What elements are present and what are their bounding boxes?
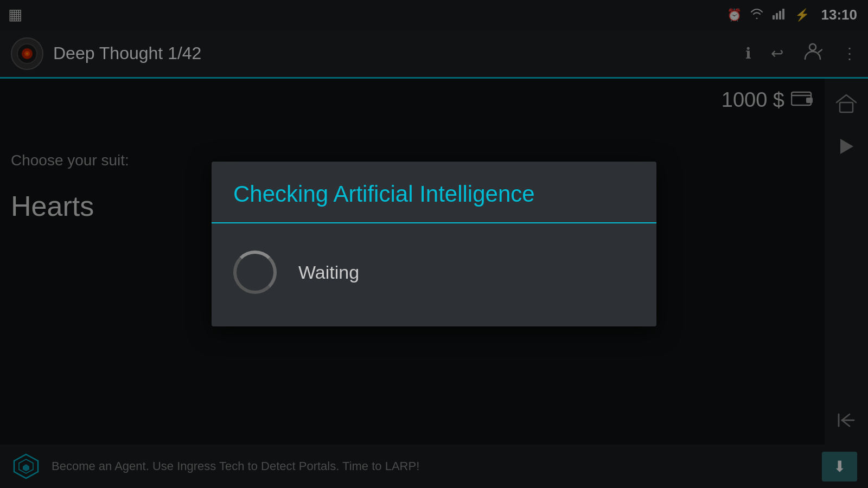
dialog-header: Checking Artificial Intelligence [212,162,656,223]
waiting-label: Waiting [298,262,359,283]
dialog-title: Checking Artificial Intelligence [233,181,535,207]
dialog: Checking Artificial Intelligence Waiting [212,162,656,326]
loading-spinner [233,251,277,294]
dialog-overlay: Checking Artificial Intelligence Waiting [0,0,868,488]
dialog-body: Waiting [212,223,656,326]
